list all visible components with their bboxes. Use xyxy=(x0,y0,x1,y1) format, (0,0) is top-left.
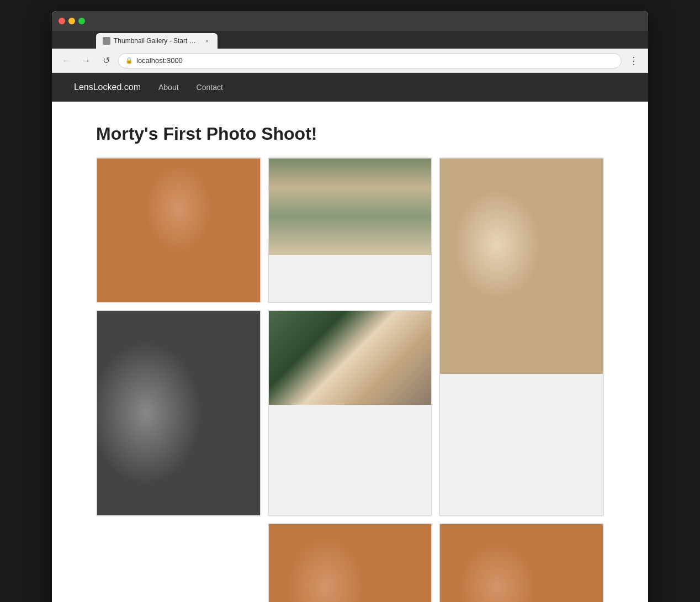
tab-close-icon[interactable]: × xyxy=(203,37,211,45)
browser-menu-button[interactable]: ⋮ xyxy=(626,53,641,68)
forward-button[interactable]: → xyxy=(78,53,94,68)
nav-contact[interactable]: Contact xyxy=(197,83,223,92)
url-text: localhost:3000 xyxy=(136,56,183,65)
secure-icon: 🔒 xyxy=(125,57,133,64)
nav-about[interactable]: About xyxy=(158,83,179,92)
minimize-button[interactable] xyxy=(68,18,75,24)
browser-tab[interactable]: Thumbnail Gallery - Start Boo... × xyxy=(96,33,218,49)
browser-window: Thumbnail Gallery - Start Boo... × ← → ↺… xyxy=(52,11,648,602)
gallery-grid xyxy=(96,157,604,602)
address-bar[interactable]: 🔒 localhost:3000 xyxy=(118,53,622,68)
photo-thumb-3[interactable] xyxy=(439,157,604,516)
browser-toolbar: ← → ↺ 🔒 localhost:3000 ⋮ xyxy=(52,49,648,73)
photo-thumb-4[interactable] xyxy=(268,310,433,516)
site-brand[interactable]: LensLocked.com xyxy=(74,82,141,92)
photo-thumb-7[interactable] xyxy=(439,523,604,602)
tab-title: Thumbnail Gallery - Start Boo... xyxy=(114,37,200,45)
tab-favicon xyxy=(103,37,110,45)
photo-thumb-5[interactable] xyxy=(96,310,261,516)
traffic-lights xyxy=(59,18,85,24)
gallery-title: Morty's First Photo Shoot! xyxy=(96,124,604,144)
site-navbar: LensLocked.com About Contact xyxy=(52,73,648,102)
tab-bar: Thumbnail Gallery - Start Boo... × xyxy=(52,31,648,49)
photo-thumb-1[interactable] xyxy=(96,157,261,303)
photo-thumb-6[interactable] xyxy=(268,523,433,602)
refresh-button[interactable]: ↺ xyxy=(98,53,114,68)
browser-titlebar xyxy=(52,11,648,31)
photo-thumb-2[interactable] xyxy=(268,157,433,303)
maximize-button[interactable] xyxy=(78,18,85,24)
site-content: Morty's First Photo Shoot! xyxy=(52,102,648,602)
back-button[interactable]: ← xyxy=(59,53,74,68)
close-button[interactable] xyxy=(59,18,65,24)
